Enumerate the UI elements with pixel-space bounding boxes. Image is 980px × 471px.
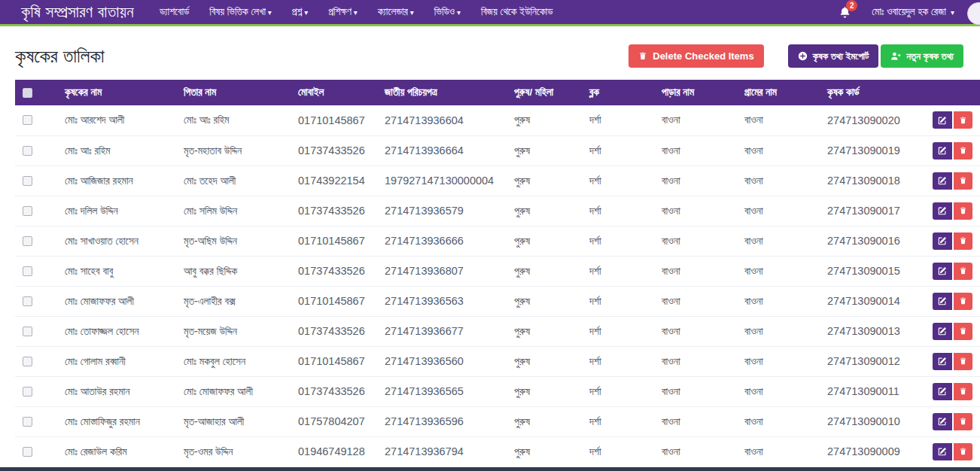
edit-button[interactable]: [933, 293, 952, 310]
notifications-button[interactable]: 2: [839, 6, 851, 18]
new-farmer-button[interactable]: নতুন কৃষক তথ্য: [881, 44, 963, 68]
delete-button[interactable]: [954, 383, 972, 400]
para-name-cell: বাওনা: [654, 286, 737, 316]
mobile-cell: 01757804207: [291, 406, 377, 436]
trash-icon: [959, 296, 967, 305]
nav-item-5[interactable]: ভিডিও ▾: [434, 6, 461, 18]
edit-button[interactable]: [933, 413, 952, 430]
block-cell: দর্শা: [582, 286, 654, 316]
para-name-cell: বাওনা: [654, 376, 737, 406]
row-actions: [933, 443, 972, 460]
row-checkbox[interactable]: [23, 296, 32, 306]
footer-bar: [0, 467, 980, 471]
nav-item-2[interactable]: প্রশ্ন ▾: [292, 6, 308, 18]
block-cell: দর্শা: [582, 135, 654, 166]
brand-logo[interactable]: কৃষি সম্প্রসারণ বাতায়ন: [21, 3, 134, 21]
nav-item-4[interactable]: ক্যালেন্ডার ▾: [378, 6, 414, 18]
farmer-name-cell: মোঃ আজিজার রহমান: [57, 166, 176, 196]
farmer-card-cell: 274713090016: [820, 226, 925, 256]
plus-circle-icon: [798, 51, 808, 61]
col-father-name: পিতার নাম: [176, 80, 291, 105]
edit-icon: [938, 417, 947, 426]
edit-icon: [938, 146, 947, 155]
edit-icon: [938, 236, 947, 245]
block-cell: দর্শা: [582, 346, 654, 376]
row-checkbox[interactable]: [23, 115, 32, 125]
gender-cell: পুরুষ: [507, 376, 582, 406]
trash-icon: [959, 206, 967, 215]
father-name-cell: মোঃ তহেদ আলী: [176, 166, 291, 196]
delete-button[interactable]: [954, 413, 972, 430]
delete-button[interactable]: [954, 263, 972, 280]
trash-icon: [959, 146, 967, 155]
village-name-cell: বাওনা: [737, 256, 820, 286]
delete-button[interactable]: [954, 172, 972, 190]
village-name-cell: বাওনা: [737, 226, 820, 256]
delete-button[interactable]: [954, 443, 972, 460]
nav-item-1[interactable]: বিষয় ভিত্তিক লেখা ▾: [209, 6, 271, 18]
edit-button[interactable]: [933, 172, 952, 190]
row-checkbox[interactable]: [23, 146, 32, 156]
edit-button[interactable]: [933, 142, 952, 160]
para-name-cell: বাওনা: [654, 436, 737, 466]
chevron-down-icon: ▾: [352, 8, 358, 17]
user-menu[interactable]: মোঃ ওবায়েদুল হক রেজা ▾: [872, 6, 954, 18]
edit-icon: [938, 266, 947, 275]
edit-button[interactable]: [933, 323, 952, 340]
edit-button[interactable]: [933, 443, 952, 460]
import-farmer-data-button[interactable]: কৃষক তথ্য ইমপোর্ট: [788, 44, 879, 68]
edit-icon: [938, 327, 947, 336]
row-checkbox[interactable]: [23, 447, 32, 457]
notification-badge: 2: [846, 0, 857, 11]
nav-item-6[interactable]: বিজয় থেকে ইউনিকোড: [481, 6, 553, 18]
delete-button[interactable]: [954, 232, 972, 250]
farmer-card-cell: 274713090019: [820, 135, 925, 166]
row-actions: [933, 413, 972, 430]
edit-button[interactable]: [933, 263, 952, 280]
father-name-cell: মৃত-মহাতাব উদ্দিন: [176, 135, 291, 166]
row-actions: [933, 353, 972, 370]
delete-button[interactable]: [954, 202, 972, 220]
delete-button[interactable]: [954, 293, 972, 310]
edit-button[interactable]: [933, 383, 952, 400]
row-actions: [933, 142, 972, 160]
row-checkbox[interactable]: [23, 327, 32, 336]
row-checkbox[interactable]: [23, 357, 32, 366]
delete-checked-button[interactable]: Delete Checked Items: [628, 44, 763, 68]
nav-item-0[interactable]: ড্যাশবোর্ড: [160, 6, 189, 18]
nav-item-3[interactable]: প্রশিক্ষণ ▾: [328, 6, 358, 18]
row-actions: [933, 323, 972, 340]
edit-button[interactable]: [933, 232, 952, 250]
delete-button[interactable]: [954, 111, 972, 129]
national-id-cell: 2714713936563: [377, 286, 507, 316]
row-checkbox[interactable]: [23, 266, 32, 276]
avatar[interactable]: [967, 2, 980, 25]
row-checkbox[interactable]: [23, 387, 32, 397]
edit-button[interactable]: [933, 202, 952, 220]
village-name-cell: বাওনা: [737, 346, 820, 376]
row-checkbox[interactable]: [23, 206, 32, 216]
table-row: মোঃ আজিজার রহমান মোঃ তহেদ আলী 0174392215…: [15, 166, 980, 196]
edit-button[interactable]: [933, 353, 952, 370]
row-checkbox[interactable]: [23, 176, 32, 186]
col-gender: পুরুষ/ মহিলা: [507, 80, 582, 105]
row-checkbox[interactable]: [23, 417, 32, 427]
para-name-cell: বাওনা: [654, 166, 737, 196]
page-header: কৃষকের তালিকা Delete Checked Items কৃষক …: [0, 26, 980, 80]
select-all-checkbox[interactable]: [23, 88, 32, 98]
edit-button[interactable]: [933, 111, 952, 129]
trash-icon: [959, 327, 967, 336]
delete-button[interactable]: [954, 142, 972, 160]
national-id-cell: 2714713936807: [377, 256, 507, 286]
mobile-cell: 01946749128: [291, 436, 377, 466]
block-cell: দর্শা: [582, 105, 654, 135]
mobile-cell: 01737433526: [291, 316, 377, 346]
trash-icon: [959, 387, 967, 396]
village-name-cell: বাওনা: [737, 376, 820, 406]
trash-icon: [959, 236, 967, 245]
gender-cell: পুরুষ: [507, 196, 582, 226]
row-checkbox[interactable]: [23, 236, 32, 246]
delete-button[interactable]: [954, 353, 972, 370]
table-row: মোঃ দলিল উদ্দিন মোঃ সলিম উদ্দিন 01737433…: [15, 196, 980, 226]
delete-button[interactable]: [954, 323, 972, 340]
